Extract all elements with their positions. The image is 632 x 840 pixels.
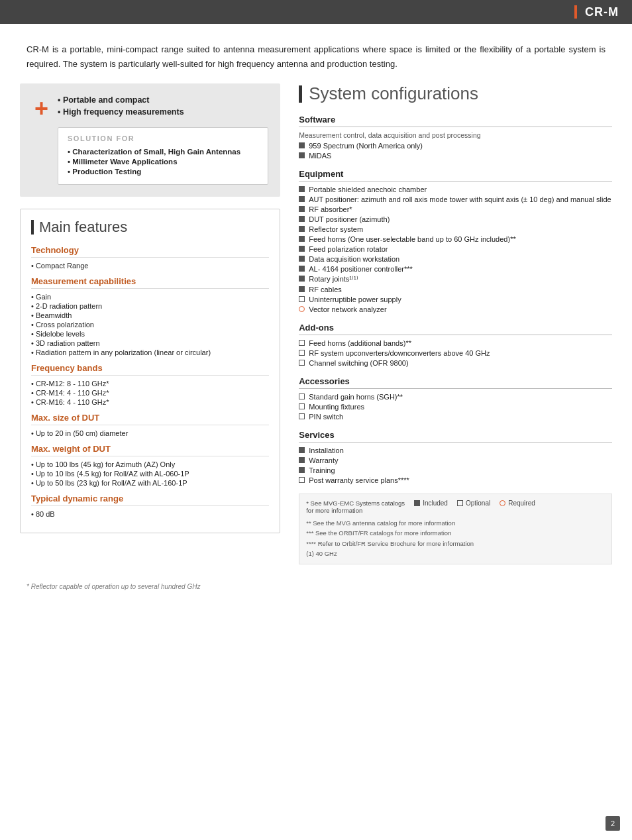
technology-item-1: Compact Range <box>31 262 269 270</box>
equip-item-4: DUT positioner (azimuth) <box>299 215 612 223</box>
addons-title: Add-ons <box>299 323 612 335</box>
freq-item-3: CR-M16: 4 - 110 GHz* <box>31 398 269 406</box>
equip-item-3: RF absorber* <box>299 205 612 213</box>
meas-item-2: 2-D radiation pattern <box>31 302 269 310</box>
solution-list: Characterization of Small, High Gain Ant… <box>68 148 258 176</box>
bullet-filled <box>299 196 305 202</box>
main-features-title: Main features <box>31 219 269 236</box>
bullet-filled <box>299 246 305 252</box>
equip-item-13: Vector network analyzer <box>299 305 612 313</box>
measurement-capabilities-title: Measurement capabilities <box>31 276 269 289</box>
bullet-filled <box>299 276 305 282</box>
dynamic-item-1: 80 dB <box>31 510 269 518</box>
max-size-title: Max. size of DUT <box>31 413 269 425</box>
solution-title: SOLUTION FOR <box>68 134 258 142</box>
sys-config-title: System configurations <box>299 83 612 104</box>
solution-item-1: Characterization of Small, High Gain Ant… <box>68 148 258 156</box>
header-label: CR-M <box>574 5 619 19</box>
equip-item-12: Uninterruptible power supply <box>299 295 612 303</box>
addon-item-2: RF system upconverters/downconverters ab… <box>299 349 612 357</box>
solution-item-3: Production Testing <box>68 168 258 176</box>
equip-item-6: Feed horns (One user-selectable band up … <box>299 235 612 243</box>
bullet-filled <box>299 457 305 463</box>
frequency-bands-title: Frequency bands <box>31 363 269 376</box>
max-weight-list: Up to 100 lbs (45 kg) for Azimuth (AZ) O… <box>31 460 269 487</box>
technology-list: Compact Range <box>31 262 269 270</box>
software-item-2: MiDAS <box>299 152 612 160</box>
bullet-empty <box>299 360 305 366</box>
right-column: System configurations Software Measureme… <box>292 83 612 564</box>
plus-box: + Portable and compact High frequency me… <box>20 83 280 197</box>
equip-item-5: Reflector system <box>299 225 612 233</box>
meas-item-7: Radiation pattern in any polarization (l… <box>31 348 269 356</box>
bullet-empty <box>299 350 305 356</box>
bullet-filled <box>299 142 305 148</box>
intro-text: CR-M is a portable, mini-compact range s… <box>0 24 632 83</box>
addons-list: Feed horns (additional bands)** RF syste… <box>299 339 612 367</box>
equip-item-9: AL- 4164 positioner controller*** <box>299 265 612 273</box>
plus-icon: + <box>34 97 48 121</box>
bullet-filled <box>299 216 305 222</box>
page-number: 2 <box>606 816 620 831</box>
legend-note: * See MVG-EMC Systems catalogsfor more i… <box>306 499 405 514</box>
addon-item-1: Feed horns (additional bands)** <box>299 339 612 347</box>
freq-item-2: CR-M14: 4 - 110 GHz* <box>31 389 269 397</box>
bullet-filled <box>299 256 305 262</box>
meas-item-1: Gain <box>31 293 269 301</box>
freq-item-1: CR-M12: 8 - 110 GHz* <box>31 380 269 388</box>
plus-feature-list: Portable and compact High frequency meas… <box>58 95 268 117</box>
equipment-title: Equipment <box>299 169 612 182</box>
svc-item-3: Training <box>299 466 612 474</box>
bullet-empty <box>299 340 305 346</box>
footnotes: ** See the MVG antenna catalog for more … <box>306 518 605 558</box>
equip-item-11: RF cables <box>299 286 612 293</box>
accessories-title: Accessories <box>299 376 612 389</box>
legend-optional: Optional <box>457 499 490 507</box>
bullet-empty <box>299 413 305 419</box>
acc-item-3: PIN switch <box>299 413 612 421</box>
dynamic-range-title: Typical dynamic range <box>31 494 269 506</box>
dynamic-list: 80 dB <box>31 510 269 518</box>
equip-item-2: AUT positioner: azimuth and roll axis mo… <box>299 195 612 203</box>
measurement-list: Gain 2-D radiation pattern Beamwidth Cro… <box>31 293 269 356</box>
services-title: Services <box>299 430 612 443</box>
solution-box: SOLUTION FOR Characterization of Small, … <box>58 127 268 185</box>
accessories-list: Standard gain horns (SGH)** Mounting fix… <box>299 393 612 421</box>
meas-item-3: Beamwidth <box>31 311 269 319</box>
legend-box: * See MVG-EMC Systems catalogsfor more i… <box>299 494 612 564</box>
max-weight-item-1: Up to 100 lbs (45 kg) for Azimuth (AZ) O… <box>31 460 269 468</box>
software-title: Software <box>299 115 612 127</box>
max-size-list: Up to 20 in (50 cm) diameter <box>31 429 269 437</box>
bullet-filled <box>299 467 305 473</box>
bullet-filled <box>299 236 305 242</box>
bullet-filled <box>299 266 305 272</box>
header-accent <box>574 5 577 19</box>
header-title: CR-M <box>585 5 619 19</box>
technology-title: Technology <box>31 245 269 258</box>
meas-item-4: Cross polarization <box>31 321 269 329</box>
plus-item-2: High frequency measurements <box>58 107 268 117</box>
equip-item-10: Rotary joints¹⁽¹⁾ <box>299 275 612 284</box>
solution-item-2: Millimeter Wave Applications <box>68 158 258 166</box>
footer-note: * Reflector capable of operation up to s… <box>0 578 632 596</box>
svc-item-4: Post warranty service plans**** <box>299 476 612 484</box>
max-weight-item-2: Up to 10 lbs (4.5 kg) for Roll/AZ with A… <box>31 470 269 478</box>
legend-row: * See MVG-EMC Systems catalogsfor more i… <box>306 499 605 514</box>
sys-title-bar <box>299 85 302 103</box>
legend-circle-icon <box>500 500 505 506</box>
bullet-filled <box>299 226 305 232</box>
addon-item-3: Channel switching (OFR 9800) <box>299 359 612 367</box>
bullet-empty <box>299 394 305 399</box>
software-list: 959 Spectrum (North America only) MiDAS <box>299 142 612 160</box>
plus-content: Portable and compact High frequency meas… <box>58 95 268 185</box>
frequency-list: CR-M12: 8 - 110 GHz* CR-M14: 4 - 110 GHz… <box>31 380 269 406</box>
bullet-circle <box>299 306 305 312</box>
bullet-filled <box>299 447 305 453</box>
max-weight-item-3: Up to 50 lbs (23 kg) for Roll/AZ with AL… <box>31 479 269 487</box>
legend-sq-empty-icon <box>457 500 463 506</box>
max-size-item-1: Up to 20 in (50 cm) diameter <box>31 429 269 437</box>
svc-item-2: Warranty <box>299 456 612 464</box>
bullet-filled <box>299 206 305 212</box>
equip-item-7: Feed polarization rotator <box>299 245 612 253</box>
bullet-filled <box>299 186 305 192</box>
